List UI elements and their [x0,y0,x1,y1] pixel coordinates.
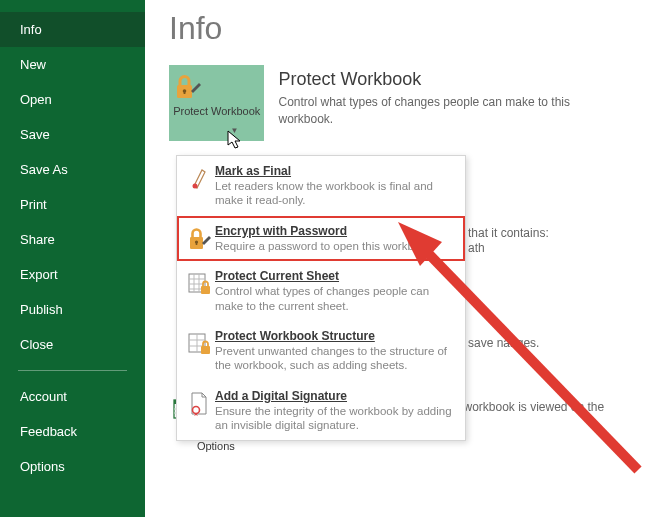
protect-tile-label: Protect Workbook [173,105,260,118]
menu-protect-workbook-structure[interactable]: Protect Workbook Structure Prevent unwan… [177,321,465,381]
sidebar-divider [18,370,127,371]
protect-sheet-icon [185,269,215,313]
hidden-text-path: ath [468,240,485,257]
menu-encrypt-title: Encrypt with Password [215,224,455,238]
menu-add-digital-signature[interactable]: Add a Digital Signature Ensure the integ… [177,381,465,441]
svg-rect-26 [201,346,210,354]
svg-point-11 [193,184,198,189]
protect-workbook-section: Protect Workbook ▼ Protect Workbook Cont… [169,65,626,141]
menu-sheet-title: Protect Current Sheet [215,269,455,283]
sidebar-item-save-as[interactable]: Save As [0,152,145,187]
protect-workbook-button[interactable]: Protect Workbook ▼ [169,65,264,141]
menu-encrypt-desc: Require a password to open this workbook… [215,239,455,253]
menu-mark-as-final[interactable]: Mark as Final Let readers know the workb… [177,156,465,216]
sidebar-item-account[interactable]: Account [0,379,145,414]
lock-icon [173,73,260,101]
svg-rect-2 [184,91,186,94]
sidebar-item-publish[interactable]: Publish [0,292,145,327]
menu-mark-final-title: Mark as Final [215,164,455,178]
menu-encrypt-with-password[interactable]: Encrypt with Password Require a password… [177,216,465,261]
digital-signature-icon [185,389,215,433]
svg-rect-21 [201,286,210,294]
protect-heading: Protect Workbook [278,69,626,90]
menu-mark-final-desc: Let readers know the workbook is final a… [215,179,455,208]
menu-signature-desc: Ensure the integrity of the workbook by … [215,404,455,433]
sidebar-item-print[interactable]: Print [0,187,145,222]
menu-signature-title: Add a Digital Signature [215,389,455,403]
protect-desc: Control what types of changes people can… [278,94,626,128]
hidden-text-save: save nanges. [468,335,539,352]
menu-structure-title: Protect Workbook Structure [215,329,455,343]
sidebar-item-options[interactable]: Options [0,449,145,484]
mark-final-icon [185,164,215,208]
protect-structure-icon [185,329,215,373]
protect-workbook-dropdown: Mark as Final Let readers know the workb… [176,155,466,441]
page-title: Info [169,0,626,65]
menu-protect-current-sheet[interactable]: Protect Current Sheet Control what types… [177,261,465,321]
sidebar-item-open[interactable]: Open [0,82,145,117]
caret-down-icon: ▼ [231,126,239,135]
svg-rect-14 [196,242,198,245]
sidebar-item-export[interactable]: Export [0,257,145,292]
menu-structure-desc: Prevent unwanted changes to the structur… [215,344,455,373]
sidebar-item-save[interactable]: Save [0,117,145,152]
menu-sheet-desc: Control what types of changes people can… [215,284,455,313]
sidebar-item-feedback[interactable]: Feedback [0,414,145,449]
sidebar-item-close[interactable]: Close [0,327,145,362]
encrypt-icon [185,224,215,253]
sidebar-item-new[interactable]: New [0,47,145,82]
sidebar-item-info[interactable]: Info [0,12,145,47]
sidebar-item-share[interactable]: Share [0,222,145,257]
backstage-sidebar: Info New Open Save Save As Print Share E… [0,0,145,517]
